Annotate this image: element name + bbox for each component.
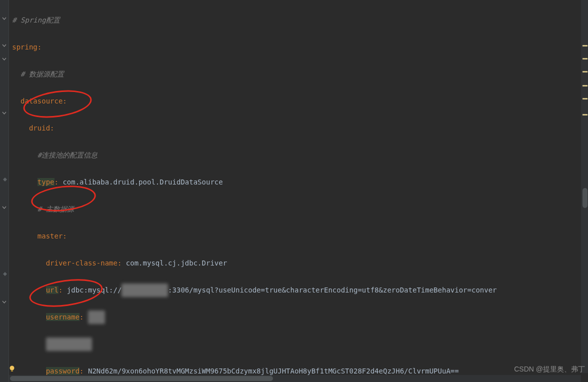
vcs-change-icon[interactable] — [2, 176, 9, 183]
value-master-password: N2Nd62m/9xon6ohoYR8tvMGMzsiWM9675bCdzymx… — [88, 367, 459, 375]
stripe-mark[interactable] — [582, 58, 588, 60]
stripe-mark[interactable] — [582, 114, 588, 116]
svg-marker-0 — [3, 178, 7, 182]
fold-toggle-icon[interactable] — [2, 43, 7, 48]
stripe-mark[interactable] — [582, 71, 588, 72]
stripe-mark[interactable] — [582, 85, 588, 86]
key-master-username: username — [46, 313, 80, 321]
masked-text: ███████████ — [122, 284, 168, 297]
stripe-mark[interactable] — [582, 98, 588, 100]
comment-spring: # Spring配置 — [12, 16, 60, 24]
key-druid: druid — [29, 124, 50, 132]
fold-toggle-icon[interactable] — [2, 110, 7, 116]
value-master-url-suffix: :3306/mysql?useUnicode=true&characterEnc… — [168, 286, 496, 294]
key-type: type — [38, 178, 54, 186]
fold-toggle-icon[interactable] — [2, 205, 7, 210]
key-master-url: url — [46, 286, 58, 294]
editor-content[interactable]: # Spring配置 spring: # 数据源配置 datasource: d… — [9, 0, 579, 373]
key-spring: spring — [12, 43, 38, 51]
comment-master: # 主数据源 — [38, 205, 74, 213]
masked-text: ████ — [88, 310, 105, 324]
vcs-change-icon[interactable] — [2, 270, 9, 278]
comment-pool: #连接池的配置信息 — [38, 151, 98, 159]
fold-toggle-icon[interactable] — [2, 56, 7, 62]
masked-text: ███████████ — [46, 338, 92, 351]
error-stripe[interactable] — [581, 0, 588, 373]
svg-marker-1 — [3, 272, 7, 276]
value-master-url-prefix: jdbc:mysql:// — [67, 286, 122, 294]
gutter — [0, 0, 9, 382]
key-master-driver: driver-class-name — [46, 259, 118, 267]
key-master: master — [38, 232, 63, 240]
value-master-driver: com.mysql.cj.jdbc.Driver — [126, 259, 227, 267]
horizontal-scrollbar[interactable] — [9, 375, 581, 382]
key-master-password: password — [46, 367, 80, 375]
comment-datasource: # 数据源配置 — [20, 70, 64, 78]
key-datasource: datasource — [20, 97, 62, 105]
fold-toggle-icon[interactable] — [2, 16, 7, 22]
stripe-mark[interactable] — [582, 45, 588, 46]
vertical-scrollbar-thumb[interactable] — [582, 188, 588, 208]
horizontal-scrollbar-thumb[interactable] — [10, 376, 273, 381]
fold-toggle-icon[interactable] — [2, 300, 7, 305]
value-type: com.alibaba.druid.pool.DruidDataSource — [62, 178, 222, 186]
